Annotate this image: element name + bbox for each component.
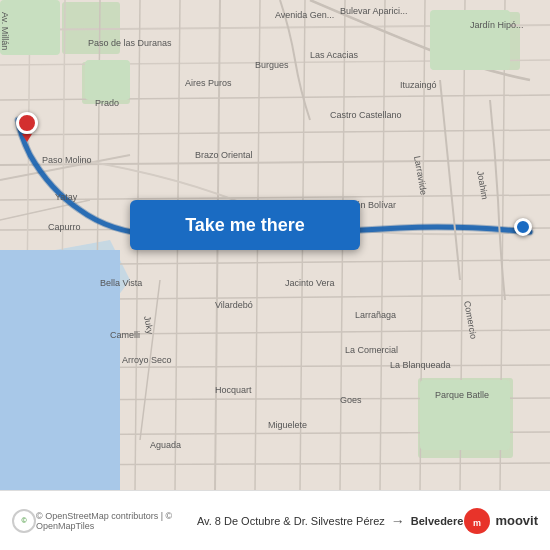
attribution-text: © OpenStreetMap contributors | © OpenMap… <box>36 511 197 531</box>
route-section: Av. 8 De Octubre & Dr. Silvestre Pérez →… <box>197 513 463 529</box>
map-container: Bulevar Aparici... Jardín Hipó... Ituzai… <box>0 0 550 490</box>
route-arrow-icon: → <box>391 513 405 529</box>
destination-marker <box>16 112 38 140</box>
destination-pin-circle <box>16 112 38 134</box>
svg-text:m: m <box>473 518 481 528</box>
origin-marker <box>514 218 532 236</box>
park-batlle <box>420 380 510 450</box>
park-area-3 <box>430 10 510 70</box>
destination-pin-tail <box>22 134 32 142</box>
moovit-icon: m <box>463 507 491 535</box>
route-from-label: Av. 8 De Octubre & Dr. Silvestre Pérez <box>197 515 385 527</box>
take-me-there-button[interactable]: Take me there <box>130 200 360 250</box>
app-container: Bulevar Aparici... Jardín Hipó... Ituzai… <box>0 0 550 550</box>
moovit-brand-text: moovit <box>495 513 538 528</box>
osm-logo: © <box>12 509 36 533</box>
route-to-label: Belvedere <box>411 515 464 527</box>
bottom-bar: © © OpenStreetMap contributors | © OpenM… <box>0 490 550 550</box>
moovit-logo: m moovit <box>463 507 538 535</box>
park-area-prado <box>85 60 130 100</box>
park-area-1 <box>0 0 60 55</box>
water-coast <box>0 250 120 490</box>
